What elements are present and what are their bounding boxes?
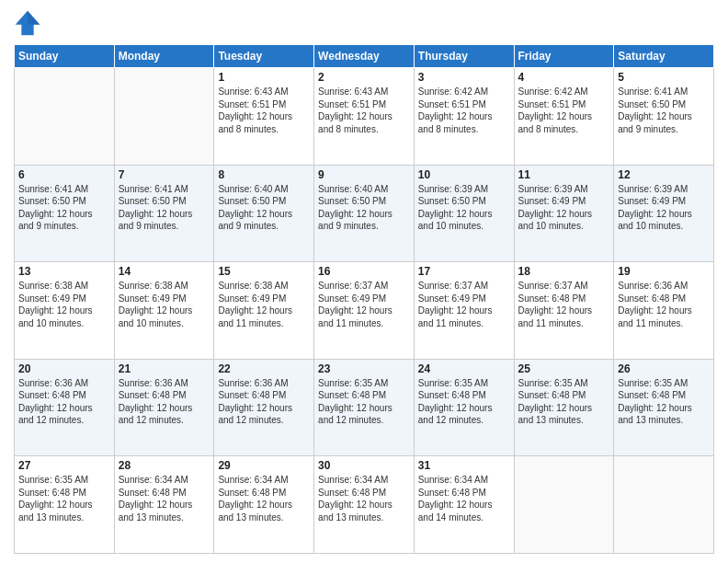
calendar: SundayMondayTuesdayWednesdayThursdayFrid… xyxy=(14,44,714,554)
weekday-header: Thursday xyxy=(414,45,514,68)
weekday-header: Friday xyxy=(514,45,614,68)
day-info: Sunrise: 6:34 AM Sunset: 6:48 PM Dayligh… xyxy=(119,474,210,523)
day-info: Sunrise: 6:40 AM Sunset: 6:50 PM Dayligh… xyxy=(218,183,310,233)
day-number: 31 xyxy=(418,459,510,472)
weekday-header: Saturday xyxy=(614,45,714,68)
day-info: Sunrise: 6:41 AM Sunset: 6:50 PM Dayligh… xyxy=(119,183,210,233)
calendar-day-cell xyxy=(15,68,115,166)
calendar-header-row: SundayMondayTuesdayWednesdayThursdayFrid… xyxy=(15,45,714,68)
day-info: Sunrise: 6:37 AM Sunset: 6:49 PM Dayligh… xyxy=(418,280,510,329)
day-info: Sunrise: 6:35 AM Sunset: 6:48 PM Dayligh… xyxy=(618,377,710,427)
svg-marker-1 xyxy=(28,11,40,25)
day-info: Sunrise: 6:38 AM Sunset: 6:49 PM Dayligh… xyxy=(119,280,210,329)
day-info: Sunrise: 6:43 AM Sunset: 6:51 PM Dayligh… xyxy=(318,86,410,135)
day-info: Sunrise: 6:38 AM Sunset: 6:49 PM Dayligh… xyxy=(18,280,110,329)
day-info: Sunrise: 6:39 AM Sunset: 6:49 PM Dayligh… xyxy=(618,183,710,233)
day-number: 30 xyxy=(318,459,410,472)
logo xyxy=(14,9,45,37)
day-number: 10 xyxy=(418,168,510,181)
calendar-day-cell: 22Sunrise: 6:36 AM Sunset: 6:48 PM Dayli… xyxy=(214,359,314,456)
day-info: Sunrise: 6:34 AM Sunset: 6:48 PM Dayligh… xyxy=(318,474,410,523)
calendar-day-cell: 9Sunrise: 6:40 AM Sunset: 6:50 PM Daylig… xyxy=(314,165,415,262)
day-number: 6 xyxy=(18,168,110,181)
calendar-day-cell: 13Sunrise: 6:38 AM Sunset: 6:49 PM Dayli… xyxy=(15,262,115,360)
calendar-day-cell: 3Sunrise: 6:42 AM Sunset: 6:51 PM Daylig… xyxy=(414,68,514,166)
page: SundayMondayTuesdayWednesdayThursdayFrid… xyxy=(0,0,728,563)
calendar-day-cell xyxy=(514,456,614,554)
calendar-day-cell: 19Sunrise: 6:36 AM Sunset: 6:48 PM Dayli… xyxy=(614,262,714,360)
day-number: 27 xyxy=(18,459,110,472)
day-number: 20 xyxy=(18,362,110,375)
day-number: 22 xyxy=(218,362,310,375)
day-number: 28 xyxy=(119,459,210,472)
calendar-day-cell: 1Sunrise: 6:43 AM Sunset: 6:51 PM Daylig… xyxy=(214,68,314,166)
day-number: 19 xyxy=(618,265,710,278)
day-info: Sunrise: 6:34 AM Sunset: 6:48 PM Dayligh… xyxy=(418,474,510,523)
weekday-header: Sunday xyxy=(15,45,115,68)
day-info: Sunrise: 6:35 AM Sunset: 6:48 PM Dayligh… xyxy=(18,474,110,523)
calendar-day-cell xyxy=(614,456,714,554)
calendar-day-cell: 2Sunrise: 6:43 AM Sunset: 6:51 PM Daylig… xyxy=(314,68,415,166)
day-info: Sunrise: 6:40 AM Sunset: 6:50 PM Dayligh… xyxy=(318,183,410,233)
calendar-week-row: 20Sunrise: 6:36 AM Sunset: 6:48 PM Dayli… xyxy=(15,359,714,456)
calendar-day-cell: 14Sunrise: 6:38 AM Sunset: 6:49 PM Dayli… xyxy=(114,262,214,360)
day-number: 9 xyxy=(318,168,410,181)
calendar-day-cell: 28Sunrise: 6:34 AM Sunset: 6:48 PM Dayli… xyxy=(114,456,214,554)
day-number: 18 xyxy=(518,265,610,278)
calendar-day-cell: 20Sunrise: 6:36 AM Sunset: 6:48 PM Dayli… xyxy=(15,359,115,456)
day-info: Sunrise: 6:35 AM Sunset: 6:48 PM Dayligh… xyxy=(318,377,410,427)
calendar-day-cell: 18Sunrise: 6:37 AM Sunset: 6:48 PM Dayli… xyxy=(514,262,614,360)
calendar-week-row: 13Sunrise: 6:38 AM Sunset: 6:49 PM Dayli… xyxy=(15,262,714,360)
calendar-day-cell: 11Sunrise: 6:39 AM Sunset: 6:49 PM Dayli… xyxy=(514,165,614,262)
day-number: 3 xyxy=(418,71,510,84)
calendar-week-row: 6Sunrise: 6:41 AM Sunset: 6:50 PM Daylig… xyxy=(15,165,714,262)
day-info: Sunrise: 6:38 AM Sunset: 6:49 PM Dayligh… xyxy=(218,280,310,329)
calendar-day-cell: 21Sunrise: 6:36 AM Sunset: 6:48 PM Dayli… xyxy=(114,359,214,456)
header xyxy=(14,9,714,37)
calendar-week-row: 1Sunrise: 6:43 AM Sunset: 6:51 PM Daylig… xyxy=(15,68,714,166)
calendar-day-cell: 15Sunrise: 6:38 AM Sunset: 6:49 PM Dayli… xyxy=(214,262,314,360)
day-number: 2 xyxy=(318,71,410,84)
day-number: 7 xyxy=(119,168,210,181)
day-info: Sunrise: 6:36 AM Sunset: 6:48 PM Dayligh… xyxy=(119,377,210,427)
day-info: Sunrise: 6:35 AM Sunset: 6:48 PM Dayligh… xyxy=(418,377,510,427)
day-number: 15 xyxy=(218,265,310,278)
day-number: 8 xyxy=(218,168,310,181)
calendar-day-cell: 10Sunrise: 6:39 AM Sunset: 6:50 PM Dayli… xyxy=(414,165,514,262)
day-number: 23 xyxy=(318,362,410,375)
calendar-day-cell: 16Sunrise: 6:37 AM Sunset: 6:49 PM Dayli… xyxy=(314,262,415,360)
day-info: Sunrise: 6:37 AM Sunset: 6:48 PM Dayligh… xyxy=(518,280,610,329)
weekday-header: Monday xyxy=(114,45,214,68)
day-info: Sunrise: 6:41 AM Sunset: 6:50 PM Dayligh… xyxy=(618,86,710,135)
day-info: Sunrise: 6:36 AM Sunset: 6:48 PM Dayligh… xyxy=(618,280,710,329)
day-info: Sunrise: 6:43 AM Sunset: 6:51 PM Dayligh… xyxy=(218,86,310,135)
day-number: 14 xyxy=(119,265,210,278)
calendar-day-cell: 12Sunrise: 6:39 AM Sunset: 6:49 PM Dayli… xyxy=(614,165,714,262)
day-number: 13 xyxy=(18,265,110,278)
day-number: 17 xyxy=(418,265,510,278)
day-info: Sunrise: 6:41 AM Sunset: 6:50 PM Dayligh… xyxy=(18,183,110,233)
day-info: Sunrise: 6:42 AM Sunset: 6:51 PM Dayligh… xyxy=(418,86,510,135)
calendar-day-cell xyxy=(114,68,214,166)
calendar-day-cell: 8Sunrise: 6:40 AM Sunset: 6:50 PM Daylig… xyxy=(214,165,314,262)
calendar-day-cell: 24Sunrise: 6:35 AM Sunset: 6:48 PM Dayli… xyxy=(414,359,514,456)
calendar-day-cell: 7Sunrise: 6:41 AM Sunset: 6:50 PM Daylig… xyxy=(114,165,214,262)
day-number: 1 xyxy=(218,71,310,84)
day-info: Sunrise: 6:39 AM Sunset: 6:50 PM Dayligh… xyxy=(418,183,510,233)
calendar-day-cell: 29Sunrise: 6:34 AM Sunset: 6:48 PM Dayli… xyxy=(214,456,314,554)
day-info: Sunrise: 6:42 AM Sunset: 6:51 PM Dayligh… xyxy=(518,86,610,135)
calendar-day-cell: 4Sunrise: 6:42 AM Sunset: 6:51 PM Daylig… xyxy=(514,68,614,166)
calendar-day-cell: 30Sunrise: 6:34 AM Sunset: 6:48 PM Dayli… xyxy=(314,456,415,554)
day-info: Sunrise: 6:36 AM Sunset: 6:48 PM Dayligh… xyxy=(218,377,310,427)
calendar-day-cell: 25Sunrise: 6:35 AM Sunset: 6:48 PM Dayli… xyxy=(514,359,614,456)
day-number: 29 xyxy=(218,459,310,472)
weekday-header: Tuesday xyxy=(214,45,314,68)
day-number: 11 xyxy=(518,168,610,181)
day-number: 25 xyxy=(518,362,610,375)
day-number: 24 xyxy=(418,362,510,375)
day-info: Sunrise: 6:35 AM Sunset: 6:48 PM Dayligh… xyxy=(518,377,610,427)
day-info: Sunrise: 6:39 AM Sunset: 6:49 PM Dayligh… xyxy=(518,183,610,233)
day-info: Sunrise: 6:36 AM Sunset: 6:48 PM Dayligh… xyxy=(18,377,110,427)
calendar-day-cell: 26Sunrise: 6:35 AM Sunset: 6:48 PM Dayli… xyxy=(614,359,714,456)
day-number: 26 xyxy=(618,362,710,375)
